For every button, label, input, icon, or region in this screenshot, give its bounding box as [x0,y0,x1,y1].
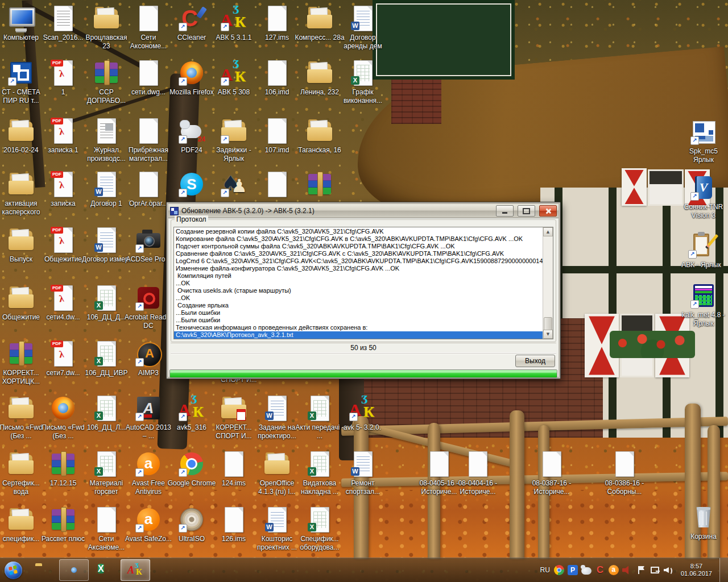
tray-icons: PCa [554,565,673,575]
desktop-icon-excel-66[interactable]: XВидаткова накладна ... [295,450,345,496]
desktop-icon-label: 1 [38,88,88,97]
desktop-icon-pdf-28[interactable]: PDFλзаписка [38,171,88,208]
close-button[interactable] [539,205,557,217]
log-line-selected[interactable]: C:\avk5_320\ABK\Протокол_avk_3.2.1.txt [174,331,543,339]
language-indicator[interactable]: RU [540,566,550,574]
start-button[interactable] [5,562,22,579]
taskbar-button-firefox[interactable] [59,559,89,581]
desktop-icon-avk-58[interactable]: АӠК↗avk 5- 3.2.0. [337,394,387,432]
desktop-icon-excel-17[interactable]: XГрафік виконання... [338,59,388,105]
desktop-icon-pdf-42[interactable]: PDFλсети4.dw... [38,284,88,322]
desktop-icon-folder-25[interactable]: Таганская, 16 [295,117,345,155]
desktop-icon-pdf-19[interactable]: PDFλзаписка 1 [38,117,88,155]
doc-icon [611,450,638,477]
notification-area: RU PCa 8:57 01.06.2017 [540,558,728,582]
desktop-icon-sonnik-35[interactable]: V↗Сонник TNR Vision 3 [679,174,728,220]
minimize-button[interactable] [496,205,514,217]
icon-decoration [225,451,243,477]
desktop-icon-label: Spk_mc5 Ярлык [679,147,728,164]
network-icon[interactable] [650,565,660,575]
desktop-icon-doc-3[interactable]: Сети Аксономе... [123,5,173,51]
avk-update-dialog[interactable]: Обновление АВК-5 (3.2.0) -> АВК-5 (3.2.1… [166,202,561,379]
log-line[interactable]: ...Были ошибки [174,309,543,317]
avast-icon[interactable]: a [609,565,619,575]
show-desktop-button[interactable] [719,558,728,582]
desktop-icon-doc-21[interactable]: Прибрежная магистрал... [123,117,173,163]
desktop-icon-firefox-51[interactable]: Письмо «Fwd (Без ... [38,394,88,440]
desktop-icon-autocad-53[interactable]: A↗AutoCAD 2013 – ... [123,394,173,440]
scroll-up-button[interactable]: ▲ [543,227,553,236]
desktop-icon-doc-70[interactable]: 08-0387-16 - Историче... [527,450,577,496]
taskbar-clock[interactable]: 8:57 01.06.2017 [677,563,715,577]
desktop-icon-rar-73[interactable]: Рассвет плюс [38,506,88,543]
desktop-icon-spk-26[interactable]: ↗Spk_mc5 Ярлык [679,118,728,164]
desktop-icon-calc-45[interactable]: ↗kalk_met 4.8 - Ярлык [679,282,728,328]
log-line[interactable]: Создание ярлыка [174,302,543,309]
log-line[interactable]: ...OK [174,280,543,287]
icon-decoration: W [94,243,103,252]
pdf24-icon[interactable] [581,567,592,575]
desktop-icon-rar-60[interactable]: 17.12.15 [38,450,88,488]
excel-icon: X [93,394,120,422]
blue-p-icon[interactable]: P [568,565,578,575]
desktop-icon-chess-32[interactable]: ♠♟↗ [209,171,259,199]
desktop-icon-avk-14[interactable]: АӠК↗АВК 5 308 [209,59,259,97]
desktop-icon-recycle-80[interactable]: Корзина [679,504,728,541]
volume-icon[interactable] [663,565,673,575]
desktop-icon-scan-1[interactable]: Scan_2016... [38,5,88,42]
taskbar-button-avk[interactable]: АӠК [121,559,150,581]
protocol-listbox[interactable]: Создание резервной копии файла C:\avk5_3… [173,227,553,339]
sonnik-icon: V↗ [690,174,717,201]
exit-button[interactable]: Выход [515,355,555,367]
scroll-down-button[interactable]: ▼ [543,330,553,339]
desktop-icon-folderpdf-55[interactable]: КОРРЕКТ... СПОРТ И... [209,394,259,440]
avk-icon: АӠК↗ [220,59,247,86]
desktop-icon-avast-62[interactable]: a↗Avast Free Antivirus [123,450,173,496]
doc-icon [425,450,453,477]
desktop-icon-pdf-37[interactable]: PDFλОбщежитие [38,226,88,264]
ccleaner-icon[interactable]: C [595,565,605,575]
desktop-icon-doc-64[interactable]: 124.ims [209,450,259,488]
desktop-icon-clipboard-40[interactable]: ↗АВК - Ярлык [676,232,726,269]
log-line[interactable]: Очистка usekls.avk (старые маршруты) [174,287,543,294]
action-center-flag-icon[interactable] [636,565,646,575]
desktop-icon-folder-23[interactable]: ↗Задвижки - Ярлык [209,117,259,163]
log-line[interactable]: LogCmd 6 C:\avk5_320\AVK5_321\Cfg\CFG.AV… [174,257,543,265]
dialog-titlebar[interactable]: Обновление АВК-5 (3.2.0) -> АВК-5 (3.2.1… [168,204,559,218]
log-line[interactable]: Создание резервной копии файла C:\avk5_3… [174,228,543,235]
desktop-icon-word-67[interactable]: WРемонт спортзал... [338,450,388,496]
desktop-icon-label: Письмо «Fwd (Без ... [38,423,88,440]
log-line[interactable]: Изменение файла-конфигуратора C:\avk5_32… [174,265,543,272]
icon-decoration [61,507,67,532]
shortcut-arrow-icon: ↗ [690,192,699,201]
taskbar-button-excel[interactable]: X [90,559,119,581]
maximize-button[interactable] [518,205,535,217]
desktop-icon-avast-75[interactable]: a↗Avast SafeZo... [123,506,173,543]
desktop-icon-folder-7[interactable]: Компресс... 28а [295,5,345,42]
folder-icon [306,5,333,32]
log-line[interactable]: ...Были ошибки [174,317,543,324]
desktop-icon-excel-79[interactable]: XСпецифик... оборудова... [295,506,345,552]
icon-decoration: К [193,404,204,421]
taskbar-button-windows-explorer[interactable] [28,559,58,581]
desktop-icon-doc-12[interactable]: сети.dwg... [123,59,173,97]
desktop-icon-doc-71[interactable]: 08-0386-16 - Соборны... [599,450,650,496]
desktop-icon-doc-69[interactable]: 08-0404-16 - Историче... [453,450,503,496]
desktop-icon-avk-5[interactable]: АӠК↗АВК 5 3.1.1 [209,5,259,42]
log-line[interactable]: Техническая информация о проведенных дей… [174,324,543,331]
desktop-icon-pdf-47[interactable]: PDFλсети7.dw... [38,340,88,377]
log-line[interactable]: Компиляция путей [174,272,543,280]
progress-bar [169,369,557,378]
vertical-scrollbar[interactable]: ▲ ▼ [543,227,553,339]
desktop-icon-pdf-10[interactable]: PDFλ1 [38,59,88,97]
chrome-icon[interactable] [554,565,564,575]
log-line[interactable]: Подсчет контрольной суммы файла C:\avk5_… [174,243,543,250]
desktop-icon-word-8[interactable]: WДоговор аренды дем [338,5,388,51]
aimp-icon[interactable] [622,565,632,575]
desktop-icon-doc-77[interactable]: 126.ims [209,506,259,543]
log-line[interactable]: Копирование файла C:\avk5_320\AVK5_321\C… [174,235,543,243]
desktop-icon-folder-16[interactable]: Ленина, 232 [295,59,345,97]
desktop-icon-rar-34[interactable] [295,171,345,199]
log-line[interactable]: Сравнение файлов C:\avk5_320\AVK5_321\Cf… [174,250,543,257]
log-line[interactable]: ...OK [174,294,543,302]
